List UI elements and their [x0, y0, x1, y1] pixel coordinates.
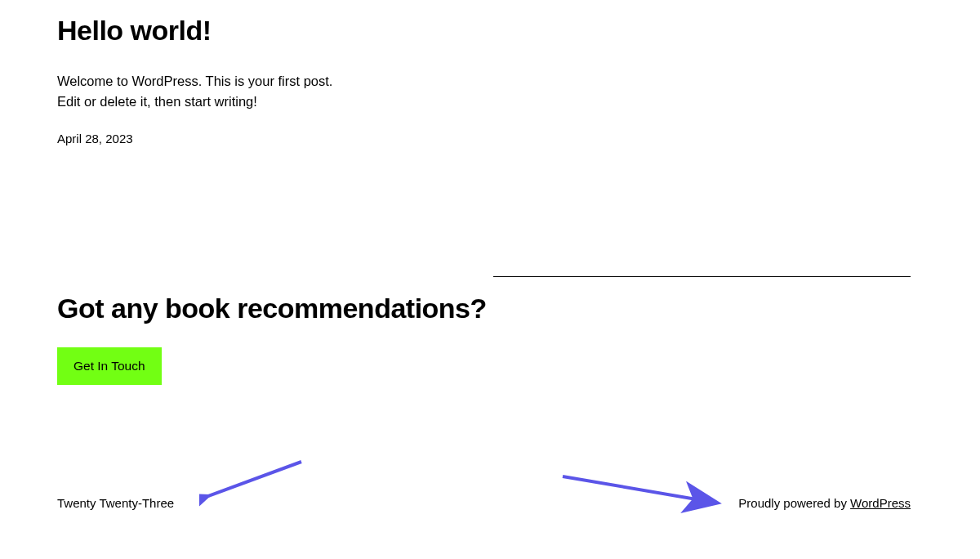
get-in-touch-button[interactable]: Get In Touch [57, 347, 162, 385]
wordpress-link[interactable]: WordPress [850, 496, 911, 510]
content-area: Hello world! Welcome to WordPress. This … [0, 0, 980, 385]
cta-left: Got any book recommendations? Get In Tou… [57, 293, 487, 385]
cta-heading: Got any book recommendations? [57, 293, 487, 324]
post-title[interactable]: Hello world! [57, 15, 911, 47]
footer: Twenty Twenty-Three Proudly powered by W… [57, 496, 911, 510]
powered-by-text: Proudly powered by [738, 496, 850, 510]
svg-line-0 [206, 462, 301, 497]
site-title[interactable]: Twenty Twenty-Three [57, 496, 174, 510]
cta-section: Got any book recommendations? Get In Tou… [57, 293, 911, 385]
post-excerpt: Welcome to WordPress. This is your first… [57, 71, 466, 112]
footer-credit: Proudly powered by WordPress [738, 496, 911, 510]
post-excerpt-line-2: Edit or delete it, then start writing! [57, 94, 257, 109]
post-excerpt-line-1: Welcome to WordPress. This is your first… [57, 74, 332, 88]
post-date: April 28, 2023 [57, 132, 911, 145]
divider-line [493, 276, 911, 277]
